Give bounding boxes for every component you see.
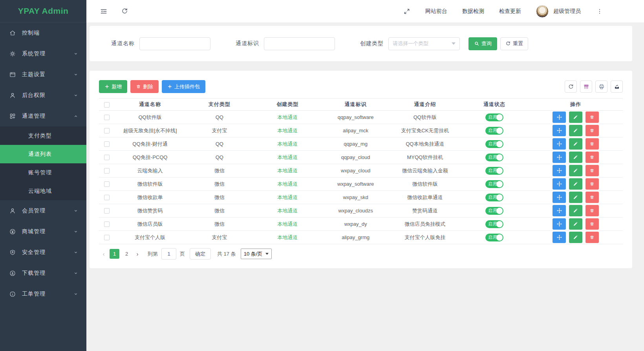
data-check-link[interactable]: 数据检测: [462, 8, 484, 15]
move-row-button[interactable]: [553, 178, 566, 190]
move-row-button[interactable]: [553, 152, 566, 163]
sidebar-item-theme[interactable]: 主题设置: [0, 64, 86, 85]
goto-page-input[interactable]: [161, 248, 176, 260]
search-button[interactable]: 查询: [468, 37, 497, 50]
reset-button[interactable]: 重置: [500, 37, 528, 50]
sidebar-item-system[interactable]: 系统管理: [0, 43, 86, 64]
cell-create-type[interactable]: 本地通道: [254, 191, 322, 204]
move-row-button[interactable]: [553, 125, 566, 136]
check-update-link[interactable]: 检查更新: [499, 8, 521, 15]
sidebar-item-channels[interactable]: 通道管理: [0, 106, 86, 126]
sidebar-fold-icon[interactable]: [100, 7, 108, 15]
delete-button[interactable]: 删除: [130, 80, 159, 93]
sidebar-item-downloads[interactable]: 下载管理: [0, 263, 86, 283]
avatar[interactable]: [536, 5, 549, 18]
next-page-button[interactable]: ›: [133, 249, 142, 259]
row-checkbox[interactable]: [104, 195, 110, 200]
move-row-button[interactable]: [553, 205, 566, 216]
status-toggle[interactable]: 启用: [485, 220, 503, 228]
fullscreen-icon[interactable]: [403, 8, 410, 15]
cell-create-type[interactable]: 本地通道: [254, 124, 322, 137]
delete-row-button[interactable]: [585, 125, 599, 136]
row-checkbox[interactable]: [104, 235, 110, 240]
upload-plugin-button[interactable]: 上传插件包: [162, 80, 205, 93]
row-checkbox[interactable]: [104, 128, 110, 133]
status-toggle[interactable]: 启用: [485, 154, 503, 161]
move-row-button[interactable]: [553, 218, 566, 230]
delete-row-button[interactable]: [585, 218, 599, 230]
edit-row-button[interactable]: [569, 165, 582, 176]
edit-row-button[interactable]: [569, 205, 582, 216]
edit-row-button[interactable]: [569, 218, 582, 230]
cell-create-type[interactable]: 本地通道: [254, 137, 322, 151]
page-1-button[interactable]: 1: [110, 249, 119, 259]
edit-row-button[interactable]: [569, 152, 582, 163]
delete-row-button[interactable]: [585, 112, 599, 123]
submenu-item-cloud-region[interactable]: 云端地域: [0, 182, 86, 200]
row-checkbox[interactable]: [104, 141, 110, 147]
edit-row-button[interactable]: [569, 138, 582, 150]
delete-row-button[interactable]: [585, 205, 599, 216]
edit-row-button[interactable]: [569, 125, 582, 136]
status-toggle[interactable]: 启用: [485, 167, 503, 175]
channel-code-input[interactable]: [264, 37, 335, 50]
move-row-button[interactable]: [553, 138, 566, 150]
cell-create-type[interactable]: 本地通道: [254, 111, 322, 124]
delete-row-button[interactable]: [585, 138, 599, 150]
row-checkbox[interactable]: [104, 181, 110, 187]
page-2-button[interactable]: 2: [122, 249, 132, 259]
edit-row-button[interactable]: [569, 192, 582, 203]
delete-row-button[interactable]: [585, 165, 599, 176]
edit-row-button[interactable]: [569, 232, 582, 243]
submenu-item-channel-list[interactable]: 通道列表: [0, 145, 86, 163]
row-checkbox[interactable]: [104, 208, 110, 214]
sidebar-item-mall[interactable]: 商城管理: [0, 221, 86, 242]
delete-row-button[interactable]: [585, 232, 599, 243]
row-checkbox[interactable]: [104, 168, 110, 174]
move-row-button[interactable]: [553, 192, 566, 203]
delete-row-button[interactable]: [585, 178, 599, 190]
more-menu-icon[interactable]: [596, 8, 603, 15]
delete-row-button[interactable]: [585, 192, 599, 203]
cell-create-type[interactable]: 本地通道: [254, 218, 322, 231]
channel-name-input[interactable]: [139, 37, 210, 50]
sidebar-item-members[interactable]: 会员管理: [0, 200, 86, 221]
cell-create-type[interactable]: 本地通道: [254, 204, 322, 218]
goto-confirm-button[interactable]: 确定: [190, 248, 211, 260]
print-button[interactable]: [595, 80, 607, 93]
row-checkbox[interactable]: [104, 221, 110, 227]
edit-row-button[interactable]: [569, 112, 582, 123]
move-row-button[interactable]: [553, 112, 566, 123]
sidebar-item-tickets[interactable]: 工单管理: [0, 283, 86, 304]
move-row-button[interactable]: [553, 232, 566, 243]
row-checkbox[interactable]: [104, 115, 110, 120]
cell-create-type[interactable]: 本地通道: [254, 151, 322, 164]
prev-page-button[interactable]: ‹: [99, 249, 108, 259]
status-toggle[interactable]: 启用: [485, 207, 503, 215]
status-toggle[interactable]: 启用: [485, 113, 503, 121]
export-button[interactable]: [611, 80, 623, 93]
sidebar-item-permissions[interactable]: 后台权限: [0, 85, 86, 106]
refresh-page-icon[interactable]: [121, 7, 128, 15]
edit-row-button[interactable]: [569, 178, 582, 190]
table-refresh-button[interactable]: [565, 80, 577, 93]
current-user-name[interactable]: 超级管理员: [553, 8, 581, 15]
status-toggle[interactable]: 启用: [485, 127, 503, 135]
submenu-item-accounts[interactable]: 账号管理: [0, 163, 86, 182]
add-button[interactable]: 新增: [99, 80, 127, 93]
sidebar-item-security[interactable]: 安全管理: [0, 242, 86, 263]
status-toggle[interactable]: 启用: [485, 194, 503, 201]
row-checkbox[interactable]: [104, 155, 110, 160]
move-row-button[interactable]: [553, 165, 566, 176]
cell-create-type[interactable]: 本地通道: [254, 164, 322, 177]
cell-create-type[interactable]: 本地通道: [254, 231, 322, 244]
status-toggle[interactable]: 启用: [485, 180, 503, 188]
cell-create-type[interactable]: 本地通道: [254, 177, 322, 191]
delete-row-button[interactable]: [585, 152, 599, 163]
create-type-select[interactable]: 请选择一个类型: [388, 37, 460, 50]
page-size-select[interactable]: 10 条/页: [241, 249, 272, 259]
sidebar-item-dashboard[interactable]: 控制端: [0, 22, 86, 43]
submenu-item-pay-types[interactable]: 支付类型: [0, 126, 86, 145]
status-toggle[interactable]: 启用: [485, 234, 503, 241]
select-all-checkbox[interactable]: [104, 102, 110, 108]
